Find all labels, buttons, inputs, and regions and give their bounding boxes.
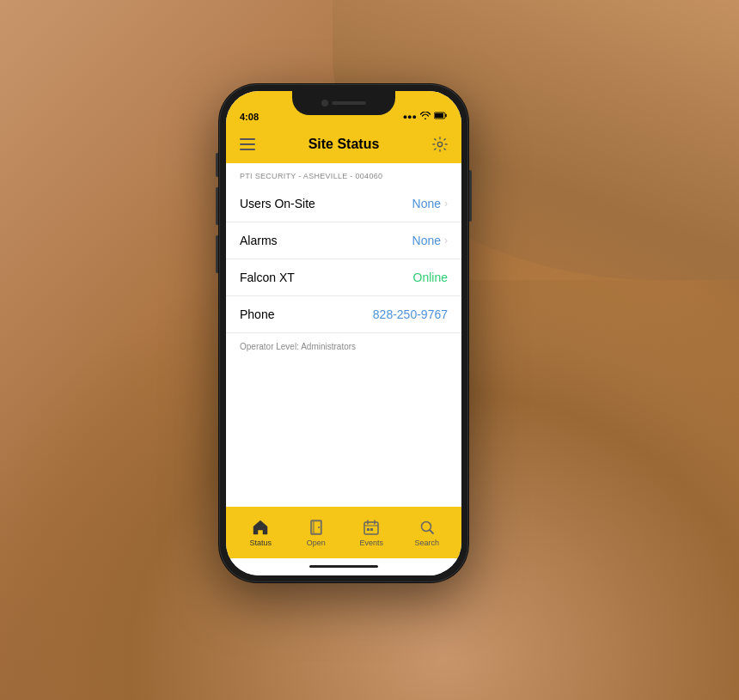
users-onsite-value: None <box>412 197 441 210</box>
list-item: Falcon XT Online <box>226 259 461 296</box>
alarms-label: Alarms <box>240 234 278 247</box>
site-label: PTI SECURITY - ASHEVILLE - 004060 <box>226 163 461 186</box>
calendar-icon <box>362 518 381 537</box>
phone-body: 4:08 ●●● <box>226 91 461 575</box>
phone-frame: 4:08 ●●● <box>219 84 468 582</box>
phone-screen: 4:08 ●●● <box>226 91 461 575</box>
svg-point-4 <box>318 527 320 528</box>
status-time: 4:08 <box>240 112 259 122</box>
phone-right: 828-250-9767 <box>373 307 448 321</box>
phone-outer-frame: 4:08 ●●● <box>219 84 468 582</box>
svg-rect-2 <box>311 520 321 534</box>
falcon-xt-right: Online <box>413 271 448 284</box>
phone-value: 828-250-9767 <box>373 307 448 321</box>
svg-rect-11 <box>370 528 373 531</box>
falcon-xt-value: Online <box>413 271 448 284</box>
list-item[interactable]: Users On-Site None › <box>226 186 461 222</box>
chevron-icon: › <box>444 234 448 247</box>
home-icon <box>251 518 270 537</box>
bottom-nav: Status Open <box>226 507 461 558</box>
header-title: Site Status <box>308 137 380 152</box>
content-area: PTI SECURITY - ASHEVILLE - 004060 Users … <box>226 163 461 507</box>
battery-icon <box>434 112 448 121</box>
operator-level: Operator Level: Administrators <box>226 333 461 360</box>
signal-icon: ●●● <box>403 113 417 121</box>
nav-events-label: Events <box>359 539 383 547</box>
menu-icon[interactable] <box>240 138 255 150</box>
notch <box>292 91 395 115</box>
svg-line-13 <box>430 530 433 533</box>
app-header: Site Status <box>226 125 461 163</box>
svg-rect-10 <box>367 528 370 531</box>
nav-status-label: Status <box>249 539 272 547</box>
list-item[interactable]: Phone 828-250-9767 <box>226 296 461 333</box>
home-bar <box>309 565 378 568</box>
users-onsite-label: Users On-Site <box>240 197 315 210</box>
users-onsite-right: None › <box>412 197 448 210</box>
nav-search-label: Search <box>414 539 439 547</box>
nav-open-label: Open <box>307 539 326 547</box>
gear-icon[interactable] <box>432 137 448 152</box>
status-icons: ●●● <box>403 112 448 121</box>
falcon-xt-label: Falcon XT <box>240 271 295 284</box>
wifi-icon <box>420 112 431 121</box>
nav-item-search[interactable]: Search <box>406 518 449 547</box>
alarms-value: None <box>412 234 441 247</box>
home-indicator <box>226 558 461 575</box>
nav-item-status[interactable]: Status <box>239 518 282 547</box>
nav-item-open[interactable]: Open <box>295 518 338 547</box>
list-item[interactable]: Alarms None › <box>226 222 461 259</box>
search-icon <box>418 518 437 537</box>
alarms-right: None › <box>412 234 448 247</box>
phone-label: Phone <box>240 307 274 321</box>
door-icon <box>307 518 326 537</box>
nav-item-events[interactable]: Events <box>350 518 393 547</box>
chevron-icon: › <box>444 198 448 210</box>
svg-rect-1 <box>435 113 443 118</box>
